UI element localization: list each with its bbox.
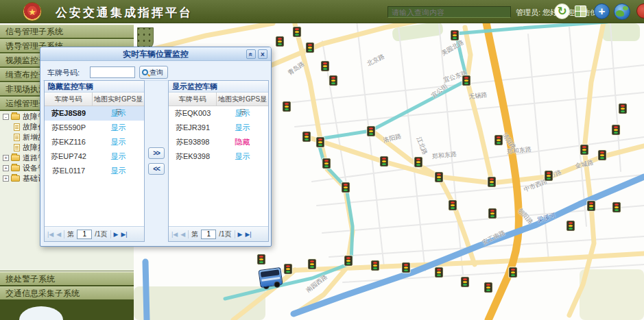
traffic-signal-icon[interactable]	[587, 201, 595, 211]
table-row[interactable]: 苏E5590P显示	[45, 121, 144, 135]
magnifier-icon	[142, 69, 148, 75]
traffic-signal-icon[interactable]	[371, 260, 379, 271]
sidebar-bottom-menu: 接处警子系统交通信息采集子系统	[0, 272, 134, 320]
plate-label: 车牌号码:	[47, 68, 80, 78]
next-page-icon[interactable]: ▶	[114, 231, 119, 238]
page-prefix-label: 第	[191, 230, 198, 239]
move-left-button[interactable]: <<	[148, 163, 165, 175]
table-row[interactable]: 苏EKZ116显示	[45, 135, 144, 149]
page-number-input[interactable]	[77, 230, 92, 239]
page-number-input[interactable]	[201, 230, 216, 239]
zoom-in-icon[interactable]: +	[594, 3, 610, 19]
gps-toggle-link[interactable]: 显示	[111, 123, 126, 132]
sidebar-item[interactable]: 信号管理子系统	[0, 25, 134, 38]
collapse-icon[interactable]: «	[246, 49, 256, 59]
close-icon[interactable]: ×	[258, 49, 267, 59]
last-page-icon[interactable]: ▶|	[245, 231, 251, 238]
plate-number: 苏EK9398	[169, 149, 217, 164]
police-bus-icon[interactable]	[258, 267, 283, 288]
traffic-signal-icon[interactable]	[284, 264, 292, 274]
traffic-signal-icon[interactable]	[316, 137, 324, 147]
table-row[interactable]: 苏EJR391显示	[169, 121, 268, 135]
traffic-signal-icon[interactable]	[306, 42, 314, 53]
expand-toggle-icon[interactable]: +	[3, 175, 9, 182]
table-row[interactable]: 苏EL0117显示	[45, 164, 144, 178]
table-row[interactable]: 苏E93898隐藏	[169, 135, 268, 149]
plate-number: 苏EJR391	[169, 121, 217, 135]
alarm-icon[interactable]	[636, 3, 644, 19]
plate-input[interactable]	[90, 66, 135, 78]
traffic-signal-icon[interactable]	[488, 177, 496, 187]
traffic-signal-icon[interactable]	[567, 221, 575, 231]
traffic-signal-icon[interactable]	[414, 157, 422, 167]
next-page-icon[interactable]: ▶	[238, 231, 243, 238]
traffic-signal-icon[interactable]	[461, 277, 469, 287]
traffic-signal-icon[interactable]	[484, 282, 492, 293]
traffic-signal-icon[interactable]	[451, 30, 459, 40]
traffic-signal-icon[interactable]	[308, 259, 316, 269]
traffic-signal-icon[interactable]	[612, 125, 620, 135]
traffic-signal-icon[interactable]	[612, 202, 621, 212]
traffic-signal-icon[interactable]	[488, 208, 497, 219]
traffic-signal-icon[interactable]	[276, 36, 284, 47]
prev-page-icon[interactable]: ◀	[180, 231, 185, 238]
expand-toggle-icon[interactable]: +	[3, 155, 9, 161]
traffic-signal-icon[interactable]	[402, 262, 410, 273]
expand-toggle-icon[interactable]: +	[3, 165, 9, 171]
traffic-signal-icon[interactable]	[449, 200, 457, 210]
traffic-signal-icon[interactable]	[619, 103, 627, 114]
traffic-signal-icon[interactable]	[435, 172, 443, 182]
folder-icon	[11, 175, 20, 182]
prev-page-icon[interactable]: ◀	[56, 231, 61, 238]
query-button[interactable]: 查询	[139, 66, 168, 79]
last-page-icon[interactable]: ▶|	[121, 231, 127, 238]
traffic-signal-icon[interactable]	[545, 171, 553, 181]
traffic-signal-icon[interactable]	[329, 75, 337, 86]
move-right-button[interactable]: >>	[148, 147, 165, 159]
traffic-signal-icon[interactable]	[509, 267, 517, 278]
traffic-signal-icon[interactable]	[293, 27, 301, 37]
traffic-signal-icon[interactable]	[257, 254, 265, 264]
gps-toggle-link[interactable]: 隐藏	[235, 138, 250, 146]
globe-icon[interactable]	[614, 3, 630, 20]
gps-toggle-link[interactable]: 显示	[111, 167, 126, 175]
traffic-signal-icon[interactable]	[380, 156, 388, 167]
traffic-signal-icon[interactable]	[302, 132, 311, 142]
table-row[interactable]: 苏EUP742显示	[45, 149, 144, 164]
gps-toggle-link[interactable]: 显示	[235, 109, 250, 117]
traffic-signal-icon[interactable]	[344, 256, 353, 266]
traffic-signal-icon[interactable]	[322, 158, 331, 169]
divider	[188, 230, 189, 238]
plate-number: 苏EKZ116	[45, 135, 93, 149]
refresh-icon[interactable]: ↻	[554, 3, 570, 19]
global-search-input[interactable]	[387, 6, 511, 18]
table-row[interactable]: 苏EQK003显示	[169, 106, 268, 121]
gps-toggle-link[interactable]: 显示	[111, 109, 126, 117]
traffic-signal-icon[interactable]	[283, 101, 291, 112]
table-row[interactable]: 苏EK9398显示	[169, 149, 268, 164]
first-page-icon[interactable]: |◀	[47, 231, 53, 238]
sidebar-item[interactable]: 交通信息采集子系统	[0, 286, 134, 299]
traffic-signal-icon[interactable]	[494, 135, 503, 145]
: 显示	[217, 149, 268, 164]
gps-toggle-link[interactable]: 显示	[111, 152, 126, 160]
traffic-signal-icon[interactable]	[580, 145, 588, 155]
traffic-signal-icon[interactable]	[435, 267, 443, 278]
plate-search-row: 车牌号码: 查询	[43, 64, 268, 81]
table-row[interactable]: 苏EJ8S89显示	[45, 106, 144, 121]
gps-toggle-link[interactable]: 显示	[235, 152, 250, 160]
traffic-signal-icon[interactable]	[367, 126, 375, 136]
sidebar-item[interactable]: 接处警子系统	[0, 272, 134, 285]
gps-toggle-link[interactable]: 显示	[111, 138, 126, 146]
traffic-signal-icon[interactable]	[342, 182, 350, 193]
traffic-signal-icon[interactable]	[598, 150, 606, 160]
expand-toggle-icon[interactable]: -	[3, 114, 9, 120]
traffic-signal-icon[interactable]	[462, 75, 470, 86]
table-body: 苏EQK003显示苏EJR391显示苏E93898隐藏苏EK9398显示	[169, 106, 268, 164]
first-page-icon[interactable]: |◀	[171, 231, 178, 238]
map-layers-icon[interactable]	[575, 5, 586, 17]
traffic-signal-icon[interactable]	[321, 61, 329, 71]
gps-toggle-link[interactable]: 显示	[235, 123, 250, 132]
panel-title: 隐藏监控车辆	[45, 81, 144, 93]
: 显示	[93, 121, 144, 135]
